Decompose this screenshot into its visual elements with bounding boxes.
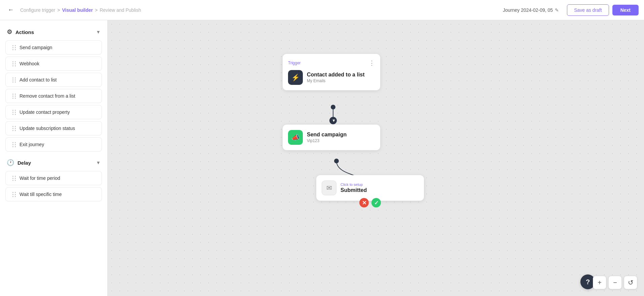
setup-node-title: Submitted [341,187,367,193]
save-draft-button[interactable]: Save as draft [567,4,609,16]
zoom-out-icon: − [613,279,617,287]
sidebar: ⚙ Actions ▼ Send campaign Webhook [0,20,108,296]
actions-section-title: Actions [15,29,34,35]
sidebar-item-update-subscription[interactable]: Update subscription status [5,121,102,135]
zoom-in-button[interactable]: + [593,276,606,289]
trigger-node: Trigger ⋮ ⚡ Contact added to a list My E… [283,54,380,90]
breadcrumb-sep1: > [57,7,60,13]
click-to-setup-label: Click to setup [341,183,367,187]
sidebar-item-wait-period[interactable]: Wait for time period [5,171,102,185]
add-contact-label: Add contact to list [20,77,57,83]
confirm-button[interactable]: ✓ [371,198,381,207]
sidebar-item-webhook[interactable]: Webhook [5,57,102,71]
edit-title-icon[interactable]: ✎ [555,7,559,13]
trigger-icon-box: ⚡ [288,70,303,85]
svg-point-1 [331,105,335,109]
delay-section-header[interactable]: 🕐 Delay ▼ [0,156,107,169]
sidebar-item-add-contact[interactable]: Add contact to list [5,73,102,87]
drag-handle [12,142,16,147]
zoom-in-icon: + [598,279,602,287]
back-button[interactable]: ← [5,5,16,15]
update-subscription-label: Update subscription status [20,126,75,131]
reject-button[interactable]: ✕ [359,198,369,207]
setup-actions: ✕ ✓ [359,198,381,207]
breadcrumb: Configure trigger > Visual builder > Rev… [20,7,141,13]
send-campaign-icon-box: 📣 [288,130,303,145]
breadcrumb-step2[interactable]: Visual builder [62,7,93,13]
sidebar-item-exit-journey[interactable]: Exit journey [5,137,102,152]
send-campaign-node-subtitle: Vip123 [307,138,347,143]
send-campaign-label: Send campaign [20,45,52,50]
send-campaign-icon: 📣 [291,133,300,141]
drag-handle [12,45,16,50]
remove-contact-label: Remove contact from a list [20,93,75,99]
actions-section-header[interactable]: ⚙ Actions ▼ [0,26,107,38]
trigger-node-title: Contact added to a list [307,72,365,78]
update-property-label: Update contact property [20,109,70,115]
reset-zoom-button[interactable]: ↺ [624,276,637,289]
breadcrumb-step1[interactable]: Configure trigger [20,7,55,13]
svg-point-2 [329,117,337,124]
svg-text:▼: ▼ [332,118,336,123]
reset-icon: ↺ [628,278,634,287]
wait-specific-label: Wait till specific time [20,192,62,197]
wait-period-label: Wait for time period [20,175,60,181]
sidebar-item-update-property[interactable]: Update contact property [5,105,102,119]
trigger-icon: ⚡ [291,73,300,81]
delay-icon: 🕐 [7,159,14,166]
exit-journey-label: Exit journey [20,142,44,147]
trigger-label: Trigger [288,61,301,65]
drag-handle [12,61,16,66]
canvas: ▼ ▼ Trigger ⋮ ⚡ Contact added to a list … [108,20,644,296]
trigger-menu-icon[interactable]: ⋮ [369,59,375,67]
actions-chevron: ▼ [96,29,101,35]
next-button[interactable]: Next [612,5,639,15]
actions-icon: ⚙ [7,28,12,36]
webhook-label: Webhook [20,61,39,66]
delay-section-title: Delay [17,160,31,166]
drag-handle [12,126,16,131]
help-icon: ? [586,278,590,286]
breadcrumb-step3[interactable]: Review and Publish [100,7,141,13]
sidebar-item-wait-specific[interactable]: Wait till specific time [5,187,102,201]
delay-chevron: ▼ [96,160,101,165]
drag-handle [12,94,16,99]
trigger-node-subtitle: My Emails [307,78,365,83]
svg-point-4 [334,159,339,163]
main-content: ⚙ Actions ▼ Send campaign Webhook [0,20,644,296]
sidebar-item-send-campaign[interactable]: Send campaign [5,40,102,55]
zoom-out-button[interactable]: − [608,276,622,289]
drag-handle [12,176,16,181]
canvas-controls: + − ↺ [593,276,637,289]
send-campaign-node[interactable]: 📣 Send campaign Vip123 [283,125,380,150]
setup-node[interactable]: ✉ Click to setup Submitted ✕ ✓ [316,175,424,201]
drag-handle [12,110,16,115]
journey-title: Journey 2024-02-09, 05 ✎ [503,7,559,13]
breadcrumb-sep2: > [95,7,98,13]
setup-icon-box: ✉ [322,180,336,195]
header: ← Configure trigger > Visual builder > R… [0,0,644,20]
send-campaign-node-title: Send campaign [307,132,347,138]
drag-handle [12,192,16,197]
sidebar-item-remove-contact[interactable]: Remove contact from a list [5,89,102,103]
setup-envelope-icon: ✉ [326,184,332,192]
drag-handle [12,77,16,83]
